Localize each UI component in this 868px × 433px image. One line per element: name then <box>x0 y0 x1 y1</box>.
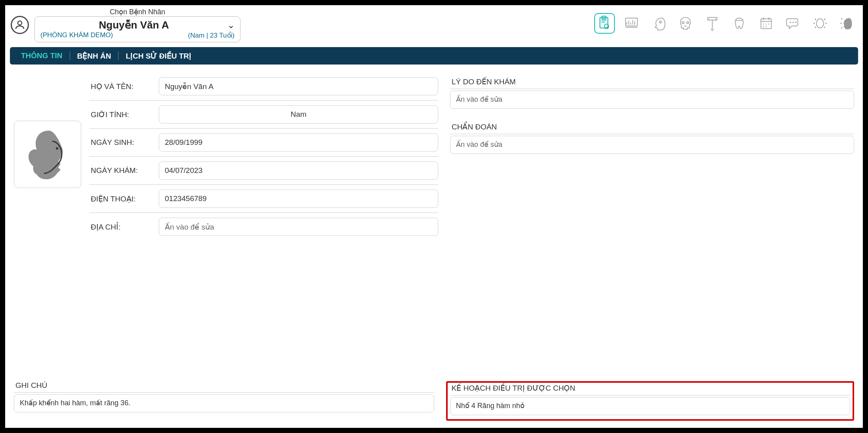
gender-input[interactable]: Nam <box>159 105 438 123</box>
right-column: LÝ DO ĐẾN KHÁM Ấn vào để sửa CHẨN ĐOÁN Ấ… <box>450 77 854 373</box>
svg-rect-5 <box>626 18 637 26</box>
svg-point-34 <box>840 23 841 24</box>
svg-point-28 <box>824 19 825 20</box>
reason-title: LÝ DO ĐẾN KHÁM <box>450 77 854 89</box>
gender-label: GIỚI TÍNH: <box>91 110 154 119</box>
diagnosis-title: CHẨN ĐOÁN <box>450 122 854 134</box>
tab-info[interactable]: THÔNG TIN <box>15 47 68 65</box>
svg-point-22 <box>766 26 767 27</box>
address-input[interactable]: Ấn vào để sửa <box>159 218 438 236</box>
tool-periodontal-icon[interactable] <box>621 13 642 34</box>
plan-input[interactable]: Nhổ 4 Răng hàm nhỏ <box>450 397 850 415</box>
exam-label: NGÀY KHÁM: <box>91 166 154 175</box>
svg-point-30 <box>825 23 826 24</box>
treatment-plan-section: KẾ HOẠCH ĐIỀU TRỊ ĐƯỢC CHỌN Nhổ 4 Răng h… <box>446 381 854 421</box>
notes-title: GHI CHÚ <box>14 381 434 393</box>
choose-patient-label: Chọn Bệnh Nhân <box>34 8 240 16</box>
tool-clipboard-tooth-icon[interactable] <box>594 13 615 34</box>
dob-label: NGÀY SINH: <box>91 138 154 147</box>
svg-point-33 <box>841 18 842 19</box>
left-column: HỌ VÀ TÊN: Nguyễn Văn A GIỚI TÍNH: Nam N… <box>14 77 438 373</box>
svg-point-23 <box>790 22 791 23</box>
tool-skull-side-icon[interactable] <box>648 13 669 34</box>
svg-point-20 <box>768 23 769 25</box>
tab-history[interactable]: LỊCH SỬ ĐIỀU TRỊ <box>120 47 197 65</box>
tool-tooth-icon[interactable] <box>729 13 750 34</box>
name-label: HỌ VÀ TÊN: <box>91 82 154 91</box>
svg-point-35 <box>841 27 842 28</box>
tool-caliper-icon[interactable] <box>702 13 723 34</box>
reason-input[interactable]: Ấn vào để sửa <box>450 91 854 109</box>
svg-point-8 <box>682 22 684 24</box>
tab-bar: THÔNG TIN BỆNH ÁN LỊCH SỬ ĐIỀU TRỊ <box>10 47 858 65</box>
svg-point-29 <box>813 23 815 24</box>
svg-point-18 <box>763 23 764 25</box>
svg-point-0 <box>18 21 22 25</box>
svg-point-9 <box>687 22 689 24</box>
svg-point-31 <box>815 27 816 28</box>
bottom-row: GHI CHÚ Khấp khểnh hai hàm, mất răng 36.… <box>5 379 863 428</box>
svg-point-27 <box>815 19 816 20</box>
reason-section: LÝ DO ĐẾN KHÁM Ấn vào để sửa <box>450 77 854 109</box>
field-address: ĐỊA CHỈ: Ấn vào để sửa <box>89 218 438 241</box>
field-dob: NGÀY SINH: 28/09/1999 <box>89 133 438 157</box>
field-name: HỌ VÀ TÊN: Nguyễn Văn A <box>89 77 438 101</box>
diagnosis-input[interactable]: Ấn vào để sửa <box>450 136 854 154</box>
plan-title: KẾ HOẠCH ĐIỀU TRỊ ĐƯỢC CHỌN <box>450 384 850 395</box>
tool-skull-front-icon[interactable] <box>675 13 696 34</box>
tool-chat-icon[interactable] <box>783 13 803 34</box>
svg-point-19 <box>766 23 767 25</box>
info-fields: HỌ VÀ TÊN: Nguyễn Văn A GIỚI TÍNH: Nam N… <box>89 77 438 241</box>
tab-separator <box>118 51 118 60</box>
svg-point-7 <box>660 21 662 23</box>
chevron-down-icon: ⌄ <box>227 20 235 30</box>
tool-face-dots-front-icon[interactable] <box>810 13 830 34</box>
field-exam: NGÀY KHÁM: 04/07/2023 <box>89 161 438 185</box>
dob-input[interactable]: 28/09/1999 <box>159 133 438 152</box>
tab-record[interactable]: BỆNH ÁN <box>72 47 117 65</box>
clinic-label: (PHÒNG KHÁM DEMO) <box>40 31 113 40</box>
patient-select[interactable]: Nguyễn Văn A ⌄ (PHÒNG KHÁM DEMO) (Nam | … <box>34 16 240 42</box>
phone-input[interactable]: 0123456789 <box>159 190 438 208</box>
svg-point-24 <box>792 22 794 23</box>
name-input[interactable]: Nguyễn Văn A <box>159 77 438 95</box>
main-content: HỌ VÀ TÊN: Nguyễn Văn A GIỚI TÍNH: Nam N… <box>5 67 863 379</box>
gender-age: (Nam | 23 Tuổi) <box>188 31 235 40</box>
avatar-icon <box>11 16 29 34</box>
field-phone: ĐIỆN THOẠI: 0123456789 <box>89 190 438 213</box>
svg-point-32 <box>824 27 825 28</box>
svg-point-25 <box>795 22 796 23</box>
diagnosis-section: CHẨN ĐOÁN Ấn vào để sửa <box>450 122 854 154</box>
exam-input[interactable]: 04/07/2023 <box>159 161 438 180</box>
field-gender: GIỚI TÍNH: Nam <box>89 105 438 129</box>
patient-area: Chọn Bệnh Nhân Nguyễn Văn A ⌄ (PHÒNG KHÁ… <box>11 8 240 42</box>
toolbar <box>594 8 857 34</box>
phone-label: ĐIỆN THOẠI: <box>91 194 154 203</box>
tool-calendar-icon[interactable] <box>756 13 776 34</box>
tool-face-dots-side-icon[interactable] <box>837 13 857 34</box>
notes-section: GHI CHÚ Khấp khểnh hai hàm, mất răng 36. <box>14 381 434 421</box>
svg-point-21 <box>763 26 764 27</box>
svg-point-36 <box>56 147 58 150</box>
address-label: ĐỊA CHỈ: <box>91 222 154 232</box>
top-bar: Chọn Bệnh Nhân Nguyễn Văn A ⌄ (PHÒNG KHÁ… <box>5 5 863 45</box>
svg-point-26 <box>816 19 824 28</box>
patient-name: Nguyễn Văn A <box>40 19 227 31</box>
tab-separator <box>70 51 70 60</box>
notes-input[interactable]: Khấp khểnh hai hàm, mất răng 36. <box>14 394 434 412</box>
patient-photo[interactable] <box>14 121 81 188</box>
